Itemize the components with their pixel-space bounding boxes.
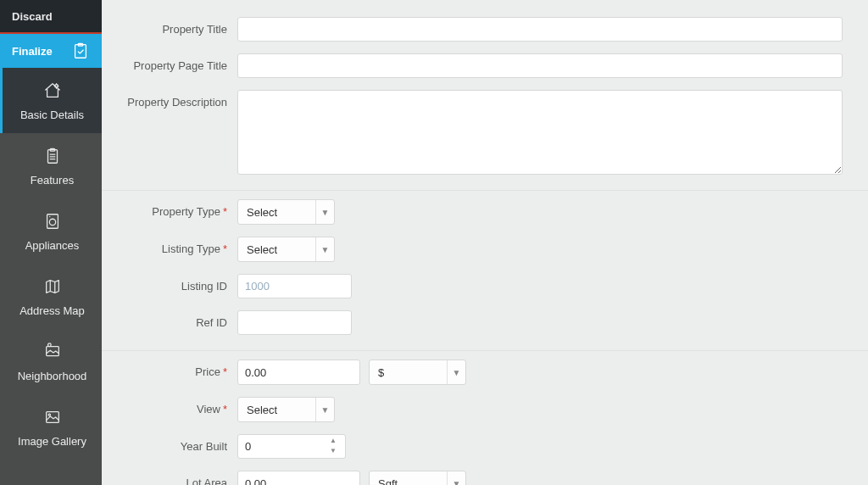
label-price: Price* (110, 360, 237, 378)
label-property-type: Property Type* (110, 199, 237, 218)
label-listing-type: Listing Type* (110, 237, 237, 255)
property-type-select[interactable]: Select ▼ (237, 199, 335, 225)
sidebar-item-label: Address Map (8, 304, 97, 317)
ref-id-input[interactable] (237, 310, 352, 335)
clipboard-check-icon (71, 42, 90, 60)
fieldset-titles: Property Title Property Page Title Prope… (102, 8, 868, 191)
sidebar-item-neighborhood[interactable]: Neighborhood (0, 329, 102, 394)
sidebar-item-label: Features (8, 174, 97, 187)
svg-point-16 (48, 414, 50, 415)
image-icon (8, 406, 97, 428)
chevron-down-icon: ▼ (447, 360, 465, 384)
main-form: Property Title Property Page Title Prope… (102, 0, 868, 485)
listing-id-input[interactable] (237, 274, 352, 298)
label-property-description: Property Description (110, 90, 237, 109)
app-root: Discard Finalize Basic Details Features … (0, 0, 868, 485)
listing-type-select[interactable]: Select ▼ (237, 237, 335, 262)
price-currency-select[interactable]: $ ▼ (369, 360, 466, 385)
view-select[interactable]: Select ▼ (237, 397, 335, 422)
sidebar-item-label: Neighborhood (8, 370, 97, 382)
label-listing-id: Listing ID (110, 274, 237, 293)
svg-point-14 (47, 343, 51, 347)
sidebar-item-address-map[interactable]: Address Map (0, 264, 102, 329)
fieldset-price-etc: Price* $ ▼ View* Select ▼ (102, 351, 868, 485)
lot-area-unit-select[interactable]: Sqft ▼ (369, 471, 466, 485)
map-icon (8, 276, 97, 298)
finalize-label: Finalize (12, 45, 53, 58)
svg-point-9 (49, 219, 55, 225)
svg-rect-0 (75, 45, 86, 59)
property-description-textarea[interactable] (237, 90, 843, 175)
label-year-built: Year Built (110, 434, 237, 453)
chevron-down-icon: ▼ (315, 398, 334, 421)
svg-point-10 (49, 216, 50, 217)
home-gear-icon (8, 80, 97, 102)
lot-area-input[interactable] (237, 471, 360, 485)
label-property-page-title: Property Page Title (110, 53, 237, 72)
chevron-down-icon: ▼ (315, 200, 334, 224)
fieldset-type-listing: Property Type* Select ▼ Listing Type* Se… (102, 191, 868, 351)
pin-image-icon (8, 341, 97, 363)
sidebar-item-label: Basic Details (8, 109, 97, 121)
sidebar-item-appliances[interactable]: Appliances (0, 198, 102, 264)
chevron-down-icon: ▼ (315, 237, 334, 261)
washer-icon (8, 210, 97, 232)
svg-rect-8 (47, 215, 58, 229)
sidebar: Discard Finalize Basic Details Features … (0, 0, 102, 485)
sidebar-item-features[interactable]: Features (0, 133, 102, 198)
sidebar-item-image-gallery[interactable]: Image Gallery (0, 394, 102, 460)
discard-label: Discard (12, 10, 53, 23)
sidebar-item-label: Image Gallery (8, 435, 97, 448)
label-property-title: Property Title (110, 17, 237, 36)
year-built-stepper[interactable]: ▲▼ (330, 438, 342, 454)
svg-rect-15 (46, 412, 58, 423)
svg-rect-13 (46, 347, 58, 356)
property-title-input[interactable] (237, 17, 843, 42)
finalize-button[interactable]: Finalize (0, 34, 102, 68)
label-ref-id: Ref ID (110, 310, 237, 329)
chevron-down-icon: ▼ (447, 471, 465, 485)
sidebar-item-basic-details[interactable]: Basic Details (0, 68, 102, 133)
label-view: View* (110, 397, 237, 415)
property-page-title-input[interactable] (237, 53, 843, 78)
label-lot-area: Lot Area (110, 471, 237, 485)
sidebar-item-label: Appliances (8, 239, 97, 252)
price-input[interactable] (237, 360, 360, 385)
clipboard-icon (8, 145, 97, 167)
discard-button[interactable]: Discard (0, 0, 102, 34)
